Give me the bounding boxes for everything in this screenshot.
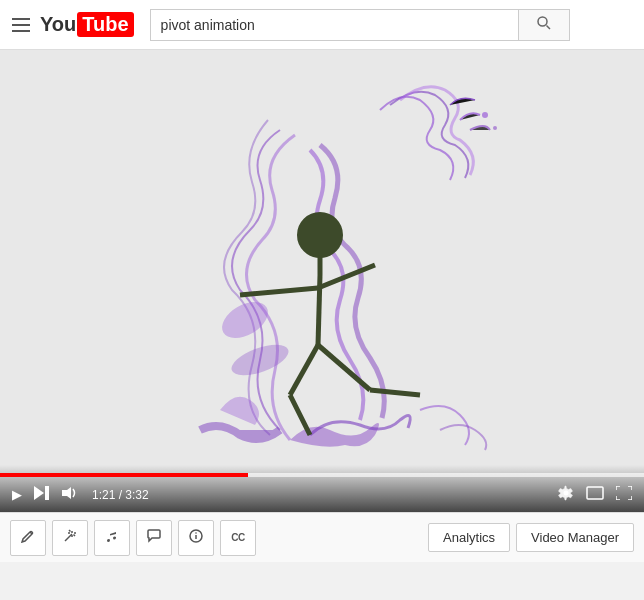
header: YouTube xyxy=(0,0,644,50)
svg-point-7 xyxy=(298,213,342,257)
settings-button[interactable] xyxy=(556,483,576,506)
time-display: 1:21 / 3:32 xyxy=(92,488,149,502)
analytics-label: Analytics xyxy=(443,530,495,545)
progress-bar[interactable] xyxy=(0,473,644,477)
svg-marker-16 xyxy=(34,486,44,500)
skip-icon xyxy=(34,486,50,503)
controls-row: ▶ 1:21 / 3:32 xyxy=(0,477,644,512)
video-content xyxy=(0,50,644,512)
video-player[interactable]: ▶ 1:21 / 3:32 xyxy=(0,50,644,512)
fullscreen-button[interactable] xyxy=(614,484,634,505)
magic-wand-icon xyxy=(63,529,77,546)
annotations-button[interactable] xyxy=(136,520,172,556)
search-input[interactable] xyxy=(150,9,518,41)
logo-tube: Tube xyxy=(77,12,133,37)
progress-fill xyxy=(0,473,248,477)
svg-line-27 xyxy=(69,530,71,532)
fullscreen-icon xyxy=(616,486,632,503)
skip-button[interactable] xyxy=(32,484,52,505)
edit-button[interactable] xyxy=(10,520,46,556)
enhance-button[interactable] xyxy=(52,520,88,556)
cc-button[interactable]: CC xyxy=(220,520,256,556)
svg-point-6 xyxy=(493,126,497,130)
search-button[interactable] xyxy=(518,9,570,41)
settings-icon xyxy=(558,485,574,504)
play-button[interactable]: ▶ xyxy=(10,485,24,504)
progress-remaining xyxy=(248,473,644,477)
audio-button[interactable] xyxy=(94,520,130,556)
edit-icon xyxy=(21,529,35,546)
logo-you: You xyxy=(40,13,76,36)
theater-button[interactable] xyxy=(584,484,606,505)
analytics-button[interactable]: Analytics xyxy=(428,523,510,552)
svg-line-28 xyxy=(74,535,76,537)
svg-line-22 xyxy=(65,534,72,541)
video-controls: ▶ 1:21 / 3:32 xyxy=(0,465,644,512)
svg-marker-18 xyxy=(62,487,71,499)
volume-icon xyxy=(62,486,78,503)
svg-line-1 xyxy=(546,26,550,30)
menu-icon[interactable] xyxy=(12,18,30,32)
theater-icon xyxy=(586,486,604,503)
cc-label: CC xyxy=(231,532,244,543)
search-icon xyxy=(536,15,552,34)
svg-rect-20 xyxy=(587,487,603,499)
music-icon xyxy=(105,529,119,546)
info-icon xyxy=(189,529,203,546)
svg-rect-17 xyxy=(45,486,49,500)
play-icon: ▶ xyxy=(12,487,22,502)
video-manager-button[interactable]: Video Manager xyxy=(516,523,634,552)
video-manager-label: Video Manager xyxy=(531,530,619,545)
bottom-toolbar: CC Analytics Video Manager xyxy=(0,512,644,562)
search-bar xyxy=(150,9,570,41)
youtube-logo[interactable]: YouTube xyxy=(40,12,134,37)
info-button[interactable] xyxy=(178,520,214,556)
svg-point-5 xyxy=(482,112,488,118)
svg-point-31 xyxy=(195,532,197,534)
volume-button[interactable] xyxy=(60,484,80,505)
svg-point-0 xyxy=(538,17,547,26)
speech-bubble-icon xyxy=(147,529,161,546)
